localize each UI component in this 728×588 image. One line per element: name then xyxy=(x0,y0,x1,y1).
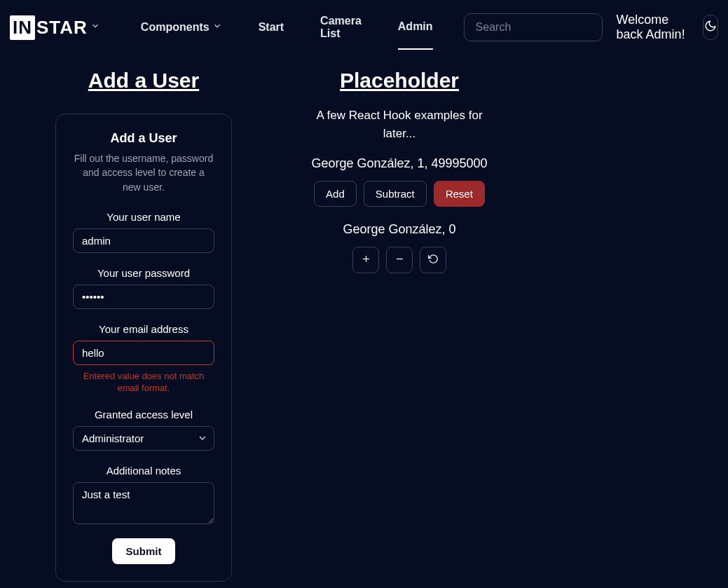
submit-button[interactable]: Submit xyxy=(112,538,176,564)
search-input[interactable] xyxy=(464,13,603,41)
section-title-placeholder: Placeholder xyxy=(340,69,459,93)
logo-in: IN xyxy=(10,15,35,40)
reset-icon-button[interactable] xyxy=(420,247,446,273)
nav-camera-list[interactable]: Camera List xyxy=(320,15,362,55)
minus-icon xyxy=(394,254,405,266)
reset-button[interactable]: Reset xyxy=(434,181,485,207)
email-group: Your email address Entered value does no… xyxy=(69,323,219,395)
chevron-down-icon xyxy=(90,21,100,34)
email-error-text: Entered value does not match email forma… xyxy=(69,371,219,395)
nav-admin[interactable]: Admin xyxy=(398,20,433,50)
moon-icon xyxy=(704,20,717,35)
email-input[interactable] xyxy=(73,341,214,365)
section-title-add-user: Add a User xyxy=(88,69,199,93)
add-user-section: Add a User Add a User Fill out the usern… xyxy=(42,69,245,582)
access-level-label: Granted access level xyxy=(95,409,193,421)
placeholder-subtitle: A few React Hook examples for later... xyxy=(301,107,497,142)
nav-start[interactable]: Start xyxy=(259,21,284,49)
email-label: Your email address xyxy=(99,323,188,335)
nav-components[interactable]: Components xyxy=(141,21,222,49)
username-group: Your user name xyxy=(69,211,219,253)
plus-icon xyxy=(361,254,371,266)
nav-items: Components Start Camera List Admin xyxy=(141,15,433,40)
counter-line-2: George González, 0 xyxy=(343,222,455,237)
access-level-group: Granted access level Administrator xyxy=(69,409,219,451)
theme-toggle-button[interactable] xyxy=(703,15,718,40)
card-title: Add a User xyxy=(110,131,177,146)
notes-textarea[interactable]: Just a test xyxy=(73,482,214,524)
nav-label: Start xyxy=(259,21,284,34)
nav-label: Admin xyxy=(398,20,433,33)
brand-logo: IN STAR xyxy=(10,15,88,40)
rotate-ccw-icon xyxy=(428,254,439,266)
username-label: Your user name xyxy=(107,211,180,223)
password-group: Your user password xyxy=(69,267,219,309)
add-user-card: Add a User Fill out the username, passwo… xyxy=(55,114,232,582)
welcome-text: Welcome back Admin! xyxy=(617,13,689,42)
navbar: IN STAR Components Start Camera List Adm… xyxy=(0,0,728,55)
logo-star: STAR xyxy=(36,17,88,39)
add-button[interactable]: Add xyxy=(314,181,357,207)
chevron-down-icon xyxy=(212,21,222,34)
decrement-button[interactable] xyxy=(386,247,413,273)
counter-button-row-1: Add Subtract Reset xyxy=(314,181,485,207)
access-level-select[interactable]: Administrator xyxy=(73,426,214,451)
nav-label: Camera List xyxy=(320,15,362,40)
subtract-button[interactable]: Subtract xyxy=(364,181,427,207)
placeholder-section: Placeholder A few React Hook examples fo… xyxy=(301,69,497,582)
search-box xyxy=(464,13,603,41)
main-content: Add a User Add a User Fill out the usern… xyxy=(0,55,728,588)
counter-button-row-2 xyxy=(352,247,446,273)
brand-dropdown[interactable]: IN STAR xyxy=(10,15,100,40)
username-input[interactable] xyxy=(73,228,214,253)
password-label: Your user password xyxy=(97,267,190,279)
card-subtext: Fill out the username, password and acce… xyxy=(69,151,219,194)
increment-button[interactable] xyxy=(352,247,379,273)
notes-label: Additional notes xyxy=(107,465,181,477)
notes-group: Additional notes Just a test xyxy=(69,465,219,524)
counter-line-1: George González, 1, 49995000 xyxy=(311,156,487,171)
nav-label: Components xyxy=(141,21,210,34)
password-input[interactable] xyxy=(73,285,214,309)
